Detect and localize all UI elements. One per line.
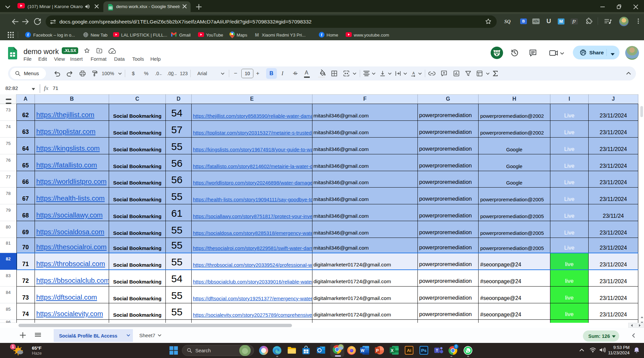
svg-text:P: P — [376, 348, 379, 353]
svg-text:SQ: SQ — [504, 19, 510, 24]
svg-text:A: A — [412, 71, 415, 75]
svg-text:X: X — [391, 348, 394, 353]
svg-text:W: W — [361, 348, 365, 353]
svg-text:T: T — [436, 348, 438, 352]
